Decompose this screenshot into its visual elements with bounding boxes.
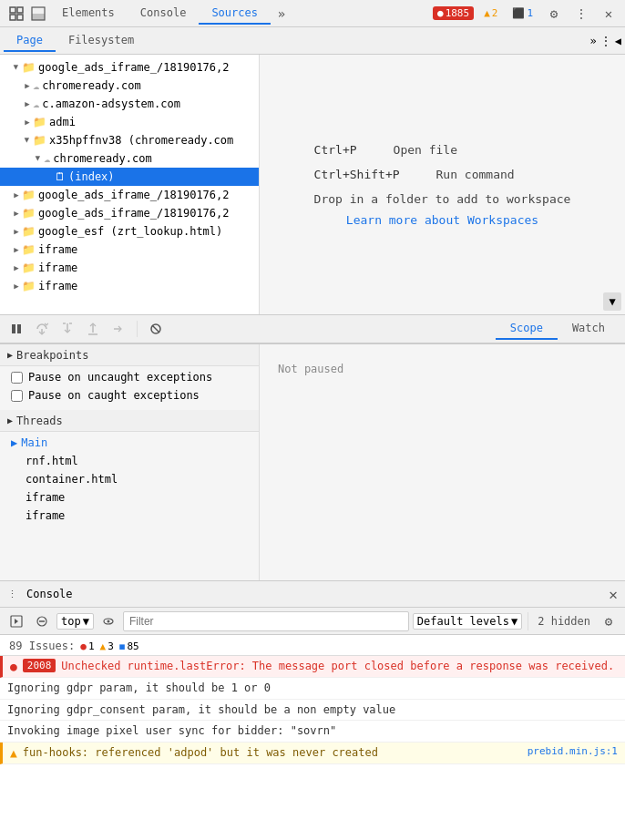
folder-icon: 📁: [22, 61, 36, 74]
tree-arrow-root: ▶: [11, 62, 22, 73]
file-tree: ▶ 📁 google_ads_iframe_/18190176,2 ▶ ☁ ch…: [0, 55, 259, 314]
tree-label-googleads2: google_ads_iframe_/18190176,2: [38, 207, 230, 220]
console-close-button[interactable]: ✕: [609, 586, 618, 603]
thread-container[interactable]: container.html: [0, 470, 259, 488]
settings-icon[interactable]: ⚙: [543, 3, 565, 25]
cloud-icon-1: ☁: [33, 79, 39, 92]
main-area: ▶ 📁 google_ads_iframe_/18190176,2 ▶ ☁ ch…: [0, 55, 625, 314]
scroll-bottom-button[interactable]: ▼: [603, 292, 621, 311]
devtools-icon[interactable]: [5, 3, 27, 25]
tab-console[interactable]: Console: [128, 3, 200, 25]
error-icon: ●: [437, 7, 444, 19]
tree-item-iframe3[interactable]: ▶ 📁 iframe: [0, 277, 259, 295]
tab-sources[interactable]: Sources: [199, 3, 271, 25]
issues-info-count: ◼ 85: [119, 640, 139, 652]
top-context-selector[interactable]: top ▼: [56, 613, 94, 630]
dock-icon[interactable]: [27, 3, 49, 25]
shortcut-desc-2: Run command: [436, 168, 515, 181]
learn-workspaces-link[interactable]: Learn more about Workspaces: [314, 213, 571, 227]
more-tabs-icon[interactable]: »: [271, 3, 292, 25]
cloud-icon-3: ☁: [44, 152, 50, 165]
tree-item-root[interactable]: ▶ 📁 google_ads_iframe_/18190176,2: [0, 58, 259, 77]
folder-icon-admi: 📁: [33, 116, 46, 128]
tab-filesystem[interactable]: Filesystem: [56, 30, 147, 52]
tab-elements[interactable]: Elements: [49, 3, 128, 25]
tree-item-x35h[interactable]: ▶ 📁 x35hpffnv38 (chromeready.com: [0, 131, 259, 149]
workspace-content: Ctrl+P Open file Ctrl+Shift+P Run comman…: [314, 143, 571, 227]
tree-arrow-iframe3: ▶: [11, 281, 22, 292]
entry-source-funhooks[interactable]: prebid.min.js:1: [528, 745, 618, 757]
deactivate-breakpoints-button[interactable]: [145, 318, 167, 340]
close-icon[interactable]: ✕: [598, 3, 620, 25]
pause-button[interactable]: [5, 318, 27, 340]
tree-item-googleesf[interactable]: ▶ 📁 google_esf (zrt_lookup.html): [0, 222, 259, 241]
shortcut-openfile: Ctrl+P Open file: [314, 143, 571, 157]
log-level-selector[interactable]: Default levels ▼: [413, 613, 522, 630]
error-number-badge: 2008: [23, 659, 56, 672]
execute-context-button[interactable]: [5, 610, 27, 632]
tree-label-root: google_ads_iframe_/18190176,2: [38, 61, 230, 74]
threads-section-header[interactable]: ▶ Threads: [0, 410, 259, 432]
shortcut-desc-1: Open file: [394, 143, 457, 157]
console-entry-sovrn: Invoking image pixel user sync for bidde…: [0, 721, 625, 743]
watch-tab[interactable]: Watch: [558, 318, 620, 340]
thread-iframe2[interactable]: iframe: [0, 507, 259, 525]
issues-info-num: 85: [127, 640, 138, 652]
console-toolbar: top ▼ Default levels ▼ 2 hidden ⚙: [0, 608, 625, 635]
clear-console-button[interactable]: [31, 610, 53, 632]
scope-tab[interactable]: Scope: [496, 318, 558, 340]
error-entry-text-1: Unchecked runtime.lastError: The message…: [61, 659, 618, 674]
tree-item-amazon[interactable]: ▶ ☁ c.amazon-adsystem.com: [0, 95, 259, 113]
threads-title: Threads: [16, 415, 63, 427]
pause-uncaught-input[interactable]: [11, 372, 23, 384]
collapse-panel-icon[interactable]: ◀: [615, 35, 621, 47]
more-subtabs-icon[interactable]: »: [590, 35, 597, 47]
svg-rect-1: [17, 7, 23, 13]
breakpoints-section-header[interactable]: ▶ Breakpoints: [0, 344, 259, 366]
info-badge[interactable]: ⬛ 1: [507, 6, 538, 20]
tree-item-googleads1[interactable]: ▶ 📁 google_ads_iframe_/18190176,2: [0, 186, 259, 204]
console-filter-input[interactable]: [123, 611, 409, 631]
thread-main[interactable]: ▶ Main: [0, 434, 259, 452]
thread-rnf[interactable]: rnf.html: [0, 452, 259, 470]
breakpoints-arrow: ▶: [7, 350, 13, 360]
tree-label-admi: admi: [49, 116, 76, 128]
tree-arrow-iframe1: ▶: [11, 244, 22, 255]
tree-arrow-chromeready1: ▶: [22, 80, 33, 91]
issues-error-num: 1: [88, 640, 95, 652]
console-settings-button[interactable]: ⚙: [598, 610, 620, 632]
step-button[interactable]: [108, 318, 129, 340]
step-out-button[interactable]: [82, 318, 104, 340]
subtabs-options-icon[interactable]: ⋮: [600, 35, 611, 47]
tree-label-chromeready2: chromeready.com: [53, 152, 151, 165]
tree-item-index[interactable]: 🗒 (index): [0, 168, 259, 186]
tree-item-chromeready2[interactable]: ▶ ☁ chromeready.com: [0, 149, 259, 168]
tree-item-chromeready1[interactable]: ▶ ☁ chromeready.com: [0, 77, 259, 95]
folder-icon-iframe1: 📁: [22, 243, 36, 256]
toolbar-divider: [528, 612, 528, 630]
pause-caught-label: Pause on caught exceptions: [28, 389, 200, 402]
step-over-button[interactable]: [31, 318, 53, 340]
warn-count: 2: [492, 7, 498, 19]
tree-label-iframe1: iframe: [38, 243, 77, 256]
console-dot-icon: ⋮: [7, 589, 17, 600]
tree-item-googleads2[interactable]: ▶ 📁 google_ads_iframe_/18190176,2: [0, 204, 259, 222]
step-into-button[interactable]: [56, 318, 78, 340]
issues-bar: 89 Issues: ● 1 ▲ 3 ◼ 85: [0, 637, 625, 656]
tab-page[interactable]: Page: [4, 30, 56, 52]
pause-caught-checkbox[interactable]: Pause on caught exceptions: [0, 386, 259, 405]
more-options-icon[interactable]: ⋮: [570, 3, 592, 25]
pause-uncaught-checkbox[interactable]: Pause on uncaught exceptions: [0, 368, 259, 386]
error-badge[interactable]: ● 1885: [433, 6, 474, 20]
thread-iframe1[interactable]: iframe: [0, 488, 259, 507]
entry-text-gdpr2: Ignoring gdpr_consent param, it should b…: [7, 702, 618, 718]
tree-item-admi[interactable]: ▶ 📁 admi: [0, 113, 259, 131]
console-section: ⋮ Console ✕ top ▼: [0, 580, 625, 840]
tree-item-iframe1[interactable]: ▶ 📁 iframe: [0, 241, 259, 259]
pause-caught-input[interactable]: [11, 390, 23, 402]
tree-arrow-googleads1: ▶: [11, 190, 22, 200]
tree-item-iframe2[interactable]: ▶ 📁 iframe: [0, 259, 259, 277]
eye-button[interactable]: [97, 610, 119, 632]
warning-badge[interactable]: ▲ 2: [479, 6, 502, 20]
console-entry-gdpr1: Ignoring gdpr param, it should be 1 or 0: [0, 678, 625, 700]
